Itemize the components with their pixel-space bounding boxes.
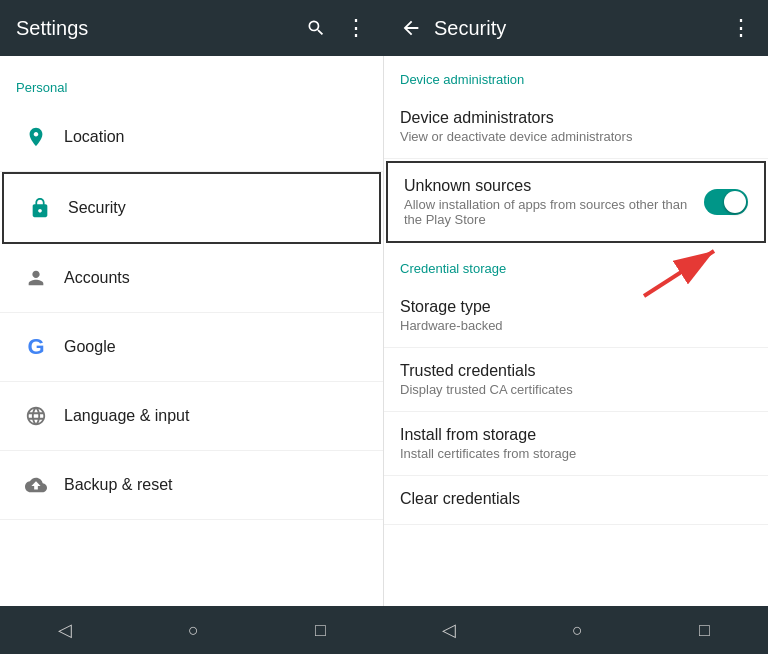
bottom-nav-container: ◁ ○ □ ◁ ○ □ <box>0 606 768 654</box>
unknown-sources-subtitle: Allow installation of apps from sources … <box>404 197 704 227</box>
more-icon[interactable]: ⋮ <box>344 16 368 40</box>
accounts-icon <box>16 258 56 298</box>
clear-credentials-item[interactable]: Clear credentials <box>384 476 768 525</box>
device-admin-title: Device administrators <box>400 109 752 127</box>
location-label: Location <box>64 128 125 146</box>
right-panel: Device administration Device administrat… <box>384 56 768 606</box>
clear-cred-text: Clear credentials <box>400 490 752 510</box>
main-content: Personal Location Security <box>0 56 768 606</box>
unknown-sources-item[interactable]: Unknown sources Allow installation of ap… <box>386 161 766 243</box>
google-label: Google <box>64 338 116 356</box>
credential-storage-label: Credential storage <box>384 245 768 284</box>
toggle-knob <box>724 191 746 213</box>
storage-type-text: Storage type Hardware-backed <box>400 298 752 333</box>
storage-type-subtitle: Hardware-backed <box>400 318 752 333</box>
settings-title: Settings <box>16 17 88 40</box>
trusted-cred-text: Trusted credentials Display trusted CA c… <box>400 362 752 397</box>
sidebar-item-backup[interactable]: Backup & reset <box>0 451 383 520</box>
trusted-credentials-item[interactable]: Trusted credentials Display trusted CA c… <box>384 348 768 412</box>
location-icon <box>16 117 56 157</box>
install-storage-title: Install from storage <box>400 426 752 444</box>
unknown-sources-toggle[interactable] <box>704 189 748 215</box>
back-button[interactable] <box>388 17 434 39</box>
top-bar-container: Settings ⋮ Security ⋮ <box>0 0 768 56</box>
right-back-button[interactable]: ◁ <box>422 611 476 649</box>
storage-type-title: Storage type <box>400 298 752 316</box>
right-more-icon[interactable]: ⋮ <box>722 15 760 41</box>
unknown-sources-text: Unknown sources Allow installation of ap… <box>404 177 704 227</box>
sidebar-item-language[interactable]: Language & input <box>0 382 383 451</box>
sidebar-item-accounts[interactable]: Accounts <box>0 244 383 313</box>
storage-type-item[interactable]: Storage type Hardware-backed <box>384 284 768 348</box>
security-icon <box>20 188 60 228</box>
clear-cred-title: Clear credentials <box>400 490 752 508</box>
device-admin-text: Device administrators View or deactivate… <box>400 109 752 144</box>
sidebar-item-google[interactable]: G Google <box>0 313 383 382</box>
backup-icon <box>16 465 56 505</box>
install-from-storage-item[interactable]: Install from storage Install certificate… <box>384 412 768 476</box>
personal-section-label: Personal <box>0 72 383 103</box>
security-nav-label: Security <box>68 199 126 217</box>
left-home-button[interactable]: ○ <box>168 612 219 649</box>
left-back-button[interactable]: ◁ <box>38 611 92 649</box>
right-panel-wrapper: Device administration Device administrat… <box>384 56 768 606</box>
left-panel: Personal Location Security <box>0 56 384 606</box>
trusted-cred-title: Trusted credentials <box>400 362 752 380</box>
language-icon <box>16 396 56 436</box>
right-topbar: Security ⋮ <box>384 0 768 56</box>
backup-label: Backup & reset <box>64 476 173 494</box>
security-title: Security <box>434 17 722 40</box>
trusted-cred-subtitle: Display trusted CA certificates <box>400 382 752 397</box>
left-recents-button[interactable]: □ <box>295 612 346 649</box>
device-administrators-item[interactable]: Device administrators View or deactivate… <box>384 95 768 159</box>
right-home-button[interactable]: ○ <box>552 612 603 649</box>
sidebar-item-security[interactable]: Security <box>2 172 381 244</box>
install-storage-text: Install from storage Install certificate… <box>400 426 752 461</box>
install-storage-subtitle: Install certificates from storage <box>400 446 752 461</box>
left-topbar: Settings ⋮ <box>0 0 384 56</box>
left-topbar-icons: ⋮ <box>304 16 368 40</box>
device-admin-label: Device administration <box>384 56 768 95</box>
right-bottom-nav: ◁ ○ □ <box>384 606 768 654</box>
language-label: Language & input <box>64 407 189 425</box>
sidebar-item-location[interactable]: Location <box>0 103 383 172</box>
unknown-sources-title: Unknown sources <box>404 177 704 195</box>
right-recents-button[interactable]: □ <box>679 612 730 649</box>
device-admin-subtitle: View or deactivate device administrators <box>400 129 752 144</box>
accounts-label: Accounts <box>64 269 130 287</box>
left-bottom-nav: ◁ ○ □ <box>0 606 384 654</box>
search-icon[interactable] <box>304 16 328 40</box>
google-icon: G <box>16 327 56 367</box>
